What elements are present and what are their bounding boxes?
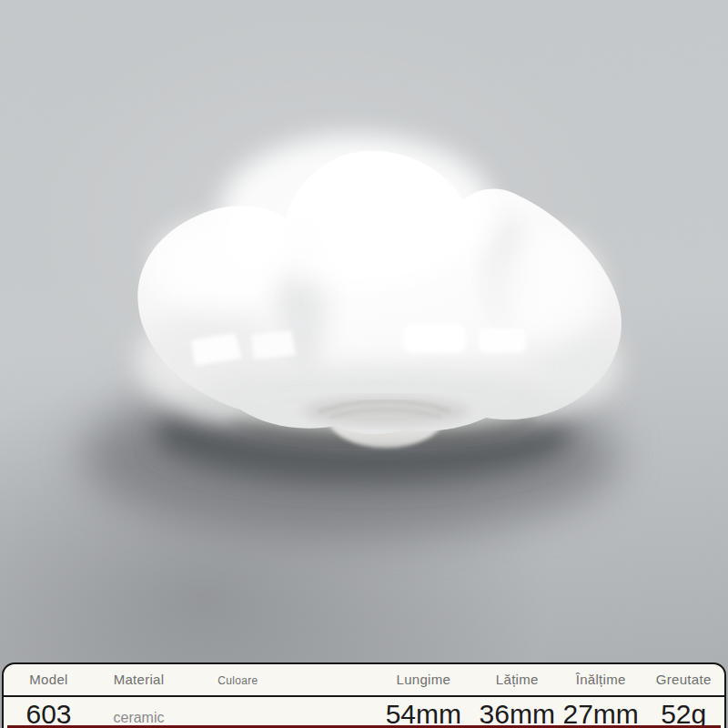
value-material: ceramic — [94, 699, 184, 726]
value-greutate-text: 52g — [661, 699, 706, 728]
value-latime: 36mm — [476, 699, 559, 728]
value-lungime: 54mm — [371, 699, 476, 728]
header-latime: Lățime — [476, 672, 559, 688]
header-lungime: Lungime — [371, 672, 476, 688]
spec-table-values-row: 603 ceramic 54mm 36mm 27mm 52g — [4, 697, 724, 728]
header-inaltime: Înălțime — [559, 672, 643, 688]
header-culoare-label: Culoare — [217, 674, 258, 687]
header-model: Model — [4, 672, 94, 688]
header-material-label: Material — [114, 672, 165, 687]
header-latime-label: Lățime — [496, 672, 539, 687]
header-inaltime-label: Înălțime — [576, 672, 626, 687]
spec-table: Model Material Culoare Lungime Lățime În… — [2, 662, 726, 728]
value-latime-text: 36mm — [480, 699, 555, 728]
header-culoare: Culoare — [184, 672, 292, 688]
product-photo-page: Model Material Culoare Lungime Lățime În… — [0, 0, 728, 728]
header-material: Material — [94, 672, 184, 688]
value-inaltime: 27mm — [559, 699, 643, 728]
header-greutate: Greutate — [642, 672, 723, 688]
spec-table-header-row: Model Material Culoare Lungime Lățime În… — [4, 664, 724, 697]
header-lungime-label: Lungime — [397, 672, 451, 687]
value-greutate: 52g — [642, 699, 723, 728]
header-model-label: Model — [29, 672, 67, 687]
value-lungime-text: 54mm — [386, 699, 461, 728]
value-material-text: ceramic — [113, 699, 164, 726]
value-inaltime-text: 27mm — [562, 699, 638, 728]
product-photo — [0, 0, 728, 728]
header-greutate-label: Greutate — [656, 672, 712, 687]
value-model-text: 603 — [25, 699, 71, 728]
value-model: 603 — [4, 699, 94, 728]
